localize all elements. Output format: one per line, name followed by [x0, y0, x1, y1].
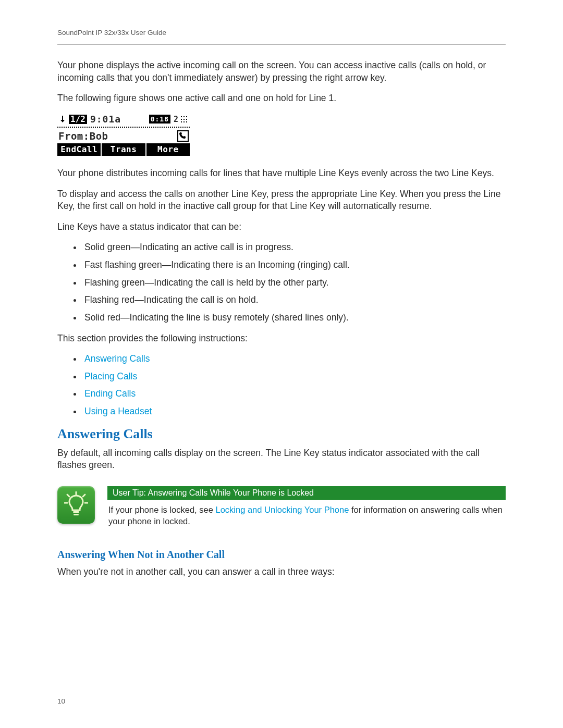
- list-item: Ending Calls: [82, 388, 506, 400]
- svg-rect-15: [73, 511, 79, 513]
- lcd-clock: 9:01a: [90, 114, 121, 125]
- list-item: Solid red—Indicating the line is busy re…: [82, 312, 506, 324]
- handset-icon: [177, 130, 189, 142]
- lcd-status-bar: 1/2 9:01a 0:18 2: [57, 113, 190, 128]
- lcd-caller-row: From:Bob: [57, 128, 190, 143]
- running-header: SoundPoint IP 32x/33x User Guide: [57, 29, 506, 36]
- svg-rect-5: [186, 119, 187, 120]
- heading-answering-calls: Answering Calls: [57, 426, 506, 442]
- tip-text-pre: If your phone is locked, see: [108, 505, 215, 514]
- link-using-headset[interactable]: Using a Headset: [84, 406, 152, 416]
- status-indicator-list: Solid green—Indicating an active call is…: [57, 241, 506, 324]
- lcd-from-label: From:Bob: [58, 130, 108, 142]
- paragraph: This section provides the following inst…: [57, 332, 506, 345]
- list-item: Using a Headset: [82, 405, 506, 418]
- section-toc: Answering Calls Placing Calls Ending Cal…: [57, 353, 506, 418]
- user-tip-callout: User Tip: Answering Calls While Your Pho…: [57, 486, 506, 527]
- lcd-call-duration: 0:18: [149, 115, 170, 124]
- phone-lcd-figure: 1/2 9:01a 0:18 2 From:Bob: [57, 113, 190, 156]
- tip-text: If your phone is locked, see Locking and…: [108, 504, 506, 527]
- svg-line-11: [67, 495, 69, 497]
- paragraph: To display and access the calls on anoth…: [57, 188, 506, 213]
- svg-rect-8: [186, 121, 187, 122]
- softkey-more: More: [146, 143, 190, 156]
- list-item: Flashing green—Indicating the call is he…: [82, 277, 506, 289]
- lcd-call-count: 2: [174, 115, 178, 124]
- paragraph: Your phone displays the active incoming …: [57, 59, 506, 84]
- lcd-softkey-bar: EndCall Trans More: [57, 143, 190, 156]
- svg-rect-7: [183, 121, 185, 122]
- list-item: Placing Calls: [82, 371, 506, 383]
- paragraph: When you're not in another call, you can…: [57, 566, 506, 578]
- lightbulb-icon: [57, 486, 95, 524]
- link-locking-unlocking[interactable]: Locking and Unlocking Your Phone: [215, 505, 349, 514]
- softkey-endcall: EndCall: [57, 143, 102, 156]
- header-rule: [57, 44, 506, 45]
- paragraph: Line Keys have a status indicator that c…: [57, 221, 506, 233]
- link-ending-calls[interactable]: Ending Calls: [84, 388, 136, 399]
- link-answering-calls[interactable]: Answering Calls: [84, 353, 150, 364]
- down-arrow-icon: [58, 115, 67, 124]
- page-number: 10: [57, 697, 65, 705]
- paragraph: The following figure shows one active ca…: [57, 92, 506, 105]
- list-item: Flashing red—Indicating the call is on h…: [82, 294, 506, 306]
- svg-rect-1: [183, 116, 185, 117]
- svg-rect-0: [181, 116, 182, 117]
- lcd-call-index: 1/2: [69, 115, 87, 124]
- list-item: Fast flashing green—Indicating there is …: [82, 259, 506, 272]
- svg-rect-9: [178, 131, 188, 141]
- list-item: Answering Calls: [82, 353, 506, 365]
- svg-rect-4: [183, 119, 185, 120]
- heading-answering-not-in-call: Answering When Not in Another Call: [57, 549, 506, 561]
- tip-title-bar: User Tip: Answering Calls While Your Pho…: [107, 486, 506, 500]
- svg-rect-3: [181, 119, 182, 120]
- link-placing-calls[interactable]: Placing Calls: [84, 371, 137, 381]
- page: SoundPoint IP 32x/33x User Guide Your ph…: [0, 0, 563, 728]
- svg-rect-6: [181, 121, 182, 122]
- tip-body: User Tip: Answering Calls While Your Pho…: [107, 486, 506, 527]
- svg-rect-2: [186, 116, 187, 117]
- svg-rect-16: [74, 514, 79, 515]
- list-item: Solid green—Indicating an active call is…: [82, 241, 506, 254]
- paragraph: Your phone distributes incoming calls fo…: [57, 167, 506, 180]
- paragraph: By default, all incoming calls display o…: [57, 447, 506, 472]
- grid-icon: [180, 116, 188, 123]
- svg-line-12: [83, 495, 85, 497]
- softkey-trans: Trans: [102, 143, 146, 156]
